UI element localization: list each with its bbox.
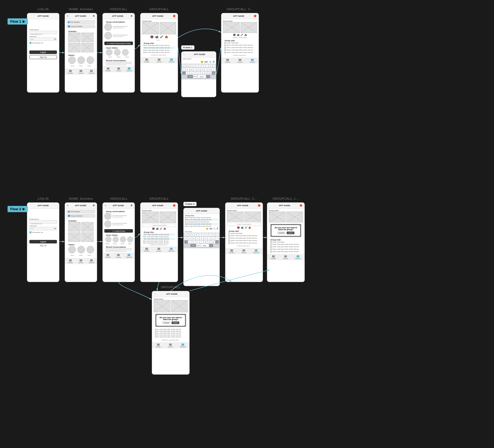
flow2-video-content: Group conversations 📹 Create Group Users… — [103, 209, 135, 253]
flow1-video-content: Group conversations 📹 Create Conversatio… — [103, 19, 135, 66]
flow2-login-header: APP NAME — [27, 203, 59, 209]
flow1-login-screen: APP NAME Email adress myemail@mail.com P… — [27, 13, 59, 93]
flow1-signup-btn[interactable]: Sign-Up — [29, 55, 57, 59]
flow2-video-appname: APP NAME — [106, 204, 131, 207]
flow2-video-nav: Activities Lessons Videochat — [103, 253, 135, 259]
flow2-groupc-label: GROUPCALL: C... — [225, 197, 263, 200]
flow2-video-header: ≡ APP NAME ⚙ — [103, 203, 135, 209]
flow2-frame2-label: Frame 2 — [183, 202, 197, 206]
flow2-groupl-header: APP NAME 🔴 — [267, 203, 304, 209]
flow2-bottom-group-content: Group name Are you sure you want to leav… — [152, 297, 189, 342]
flow2-group-label: GROUPCALL — [140, 197, 178, 200]
flow1-text: Flow 1 — [10, 19, 21, 23]
flow2-groupc-content: Group name Leave Conversation 📵📹🎤📤 Group… — [225, 209, 263, 248]
flow1-frame1-screen: ← APP NAME Hello World! 😊GIF📎🎙 QWE RTY U… — [181, 51, 216, 97]
flow2-home-content: 👥Pair Activities 🔵Groups Activities Acti… — [65, 209, 97, 258]
flow1-groups-activities[interactable]: 🔵Groups Activities — [67, 25, 95, 28]
flow1-group-content: Group name 📵📹🎤📤 Lem... Group chat Name: … — [140, 19, 178, 57]
flow2-groupc-header: APP NAME 🔴 — [225, 203, 263, 209]
flow1-groupc-screen: APP NAME 🔴 Group name 📵📹🎤📤 Leave Convers… — [221, 13, 259, 93]
flow1-frame1-label: Frame 1 — [181, 45, 194, 50]
flow1-video-screen: APP NAME ⚙ Group conversations 📹 Create … — [102, 13, 135, 93]
flow1-login-label: LOG-IN — [27, 8, 59, 11]
flow2-group-nav: Activities Lessons Videochat — [140, 247, 178, 253]
flow1-group-header: APP NAME 🔴 — [140, 13, 178, 19]
flow1-home-screen: ≡ APP NAME ⚙ 👥Pair Activities 🔵Groups Ac… — [65, 13, 97, 93]
flow2-bottom-modal-leave[interactable]: Leave — [171, 321, 179, 324]
flow2-home-label: HOME: Activities — [65, 197, 97, 200]
flow2-group-appname: APP NAME — [143, 204, 173, 207]
flow1-home-header: ≡ APP NAME ⚙ — [65, 13, 97, 19]
flow2-modal-leave[interactable]: Leave — [287, 232, 294, 234]
flow1-login-btn[interactable]: Log-In — [29, 50, 57, 54]
flow1-groupc-header: APP NAME 🔴 — [221, 13, 259, 19]
flow2-bottom-group-screen: ← APP NAME Group name Are you sure you w… — [152, 291, 190, 375]
flow2-groupc-screen: APP NAME 🔴 Group name Leave Conversation… — [225, 202, 263, 282]
flow2-bottom-group-label: GROUPCALL — [152, 286, 190, 289]
flow2-home-nav: Activities Lessons Videocall — [65, 258, 97, 264]
flow1-video-nav: Activities Lessons Videocall — [103, 66, 135, 72]
flow1-login-appname: APP NAME — [29, 15, 57, 17]
flow2-label: Flow 2 — [8, 206, 28, 212]
flow1-pair-activities[interactable]: 👥Pair Activities — [67, 20, 95, 24]
flow2-text: Flow 2 — [10, 207, 21, 211]
flow2-leave-modal: Are you sure you want to leave the group… — [270, 224, 301, 237]
flow1-group-nav: Activities Lessons Videocall — [140, 57, 178, 63]
flow1-groupc-appname: APP NAME — [224, 15, 254, 17]
flow2-group-content: Group name Leave Conversation 📵📹🎤📤 Group… — [140, 209, 178, 247]
flow2-group-screen: APP NAME 🔴 Group name Leave Conversation… — [140, 202, 178, 282]
flow1-groupc-content: Group name 📵📹🎤📤 Leave Conversation Group… — [221, 19, 259, 58]
flow2-login-appname: APP NAME — [29, 204, 57, 207]
flow2-groups-activities[interactable]: 🔵Groups Activities — [67, 214, 95, 218]
flow2-bottom-group-nav: Activities Lessons Videochat — [152, 342, 189, 348]
flow2-groupl-content: Group name Are you sure you want to leav… — [267, 209, 304, 254]
flow2-groupc-appname: APP NAME — [228, 204, 258, 207]
flow1-groupc-label: GROUPCALL: C... — [221, 8, 259, 11]
flow1-create-conversation[interactable]: 📹 Create Conversation Group — [104, 42, 133, 45]
flow1-play-icon[interactable] — [23, 20, 25, 23]
flow2-bottom-modal-cancel[interactable]: Cancel — [162, 321, 170, 324]
flow2-play-icon[interactable] — [23, 208, 25, 211]
flow2-bottom-group-appname: APP NAME — [156, 293, 187, 295]
flow2-modal-cancel[interactable]: Cancel — [277, 232, 286, 234]
flow2-frame2-header: APP NAME — [184, 208, 219, 214]
flow1-login-content: Email adress myemail@mail.com Password •… — [27, 19, 59, 61]
flow2-groupc-nav: Activities Lessons Videochat — [225, 248, 263, 254]
flow2-frame2-content: Group chat Name: Lorem ipsum dolor sit a… — [184, 214, 219, 248]
flow2-group-header: APP NAME 🔴 — [140, 203, 178, 209]
flow2-login-content: Email adress myemail@mail.com Password •… — [27, 209, 59, 248]
flow1-group-screen: APP NAME 🔴 Group name 📵📹🎤📤 Lem... Group … — [140, 13, 178, 93]
flow1-video-appname: APP NAME — [105, 15, 131, 17]
flow1-group-appname: APP NAME — [143, 15, 173, 17]
flow1-home-appname: APP NAME — [68, 15, 93, 17]
flow2-create-group[interactable]: 📹 Create Group — [104, 229, 133, 233]
flow1-frame1-header: ← APP NAME — [181, 52, 216, 57]
flow1-home-nav: Activities Lessons Videocall — [65, 69, 97, 75]
flow1-login-header: APP NAME — [27, 13, 59, 19]
flow2-bottom-leave-modal: Are you sure you want to leave the group… — [155, 314, 186, 327]
flow2-login-btn[interactable]: Log-In — [29, 240, 57, 243]
flow2-login-label: LOG-IN — [27, 197, 59, 200]
flow1-video-label: VIDEOCALL — [102, 8, 135, 11]
flow2-groupl-appname: APP NAME — [269, 204, 300, 207]
flow1-group-label: GROUPCALL — [140, 8, 178, 11]
flow2-bottom-group-header: ← APP NAME — [152, 291, 189, 297]
flow2-video-screen: ≡ APP NAME ⚙ Group conversations 📹 Creat… — [102, 202, 135, 282]
flow1-label: Flow 1 — [8, 18, 28, 25]
flow2-pair-activities[interactable]: 👥Pair Activities — [67, 210, 95, 213]
flow2-home-screen: ≡ APP NAME ⚙ 👥Pair Activities 🔵Groups Ac… — [65, 202, 97, 282]
flow2-login-screen: APP NAME Email adress myemail@mail.com P… — [27, 202, 59, 282]
flow2-frame2-screen: APP NAME Group chat Name: Lorem ipsum do… — [183, 208, 220, 286]
flow2-home-header: ≡ APP NAME ⚙ — [65, 203, 97, 209]
flow1-groupc-nav: Activities Lessons Videocall — [221, 58, 259, 64]
flow2-groupl-nav: Activities Lessons Videochat — [267, 254, 304, 260]
flow1-video-header: APP NAME ⚙ — [103, 13, 135, 19]
flow2-home-appname: APP NAME — [68, 204, 93, 207]
flow1-frame1-content: Hello World! 😊GIF📎🎙 QWE RTY UIO P ASD FG… — [181, 57, 216, 79]
flow1-home-content: 👥Pair Activities 🔵Groups Activities Acti… — [65, 19, 97, 69]
flow2-video-label: VIDEOCALL — [102, 197, 135, 200]
flow1-home-label: HOME: Activities — [65, 8, 97, 11]
flow2-groupl-screen: APP NAME 🔴 Group name Are you sure you w… — [267, 202, 305, 282]
flow2-groupl-label: GROUPCALL: L... — [267, 197, 305, 200]
